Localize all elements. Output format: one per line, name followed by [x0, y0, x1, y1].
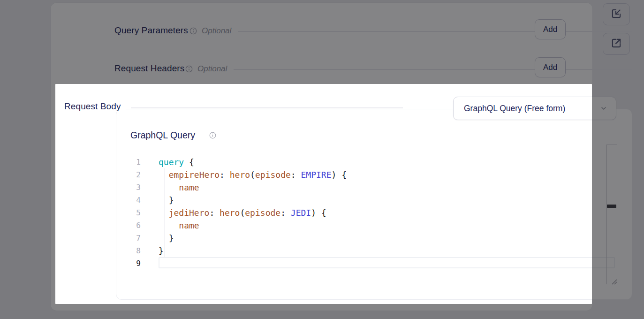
info-circle-icon[interactable] — [185, 65, 193, 73]
code-line: jediHero: hero(episode: JEDI) { — [159, 206, 326, 219]
editor-right-border — [606, 144, 607, 284]
request-headers-optional-label: Optional — [197, 64, 227, 74]
line-number: 5 — [121, 206, 141, 219]
code-line: query { — [159, 156, 194, 168]
code-line: } — [159, 232, 174, 244]
request-headers-title: Request Headers — [114, 63, 184, 74]
info-circle-icon[interactable] — [209, 132, 217, 139]
line-number: 4 — [121, 194, 141, 206]
gutter-guide-line — [155, 156, 155, 270]
info-circle-icon[interactable] — [189, 27, 197, 35]
query-parameters-optional-label: Optional — [202, 26, 231, 36]
external-link-icon — [610, 37, 622, 51]
add-request-header-button[interactable]: Add — [535, 57, 566, 77]
line-number: 1 — [121, 156, 141, 168]
request-body-divider — [131, 107, 403, 108]
resize-grip-icon[interactable] — [611, 278, 618, 285]
request-headers-divider — [234, 69, 632, 70]
code-line: empireHero: hero(episode: EMPIRE) { — [159, 168, 347, 181]
line-number: 7 — [121, 232, 141, 244]
chevron-down-icon — [600, 105, 607, 112]
line-number: 2 — [121, 168, 141, 181]
line-number: 8 — [121, 244, 141, 257]
line-number: 6 — [121, 219, 141, 232]
code-line: name — [159, 181, 199, 194]
query-parameters-title: Query Parameters — [114, 25, 188, 36]
edit-query-button[interactable] — [603, 3, 630, 25]
open-external-button[interactable] — [603, 33, 630, 55]
request-body-type-value: GraphQL Query (Free form) — [454, 104, 600, 114]
graphql-query-label: GraphQL Query — [130, 130, 195, 141]
line-number: 9 — [121, 257, 141, 270]
request-body-type-select[interactable]: GraphQL Query (Free form) — [453, 97, 616, 120]
code-line: } — [159, 194, 174, 206]
scrollbar-thumb[interactable] — [607, 205, 616, 208]
code-line: name — [159, 219, 199, 232]
query-parameters-divider — [238, 31, 632, 32]
editor-top-border — [606, 144, 617, 145]
add-query-parameter-button[interactable]: Add — [535, 19, 566, 39]
query-editor-page: Query Parameters Optional Add Request He… — [0, 0, 644, 319]
code-line: } — [159, 244, 164, 257]
datasource-form-panel: Query Parameters Optional Add Request He… — [50, 2, 593, 311]
line-number: 3 — [121, 181, 141, 194]
request-body-title: Request Body — [64, 101, 126, 112]
active-line-highlight — [159, 257, 615, 268]
box-arrow-in-icon — [610, 8, 622, 21]
